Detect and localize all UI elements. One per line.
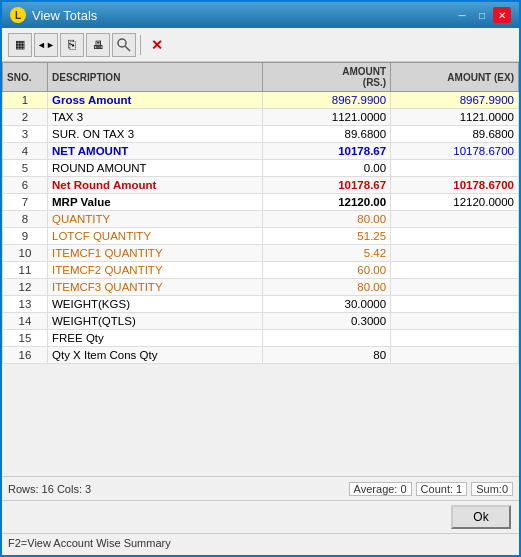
cell-amountex <box>391 313 519 330</box>
cell-amount: 10178.67 <box>263 143 391 160</box>
cell-amountex: 8967.9900 <box>391 92 519 109</box>
table-row[interactable]: 4NET AMOUNT10178.6710178.6700 <box>3 143 519 160</box>
header-description: DESCRIPTION <box>48 63 263 92</box>
window-title: View Totals <box>32 8 97 23</box>
cell-amount: 5.42 <box>263 245 391 262</box>
cell-sno: 16 <box>3 347 48 364</box>
table-row[interactable]: 3SUR. ON TAX 389.680089.6800 <box>3 126 519 143</box>
cell-amountex <box>391 279 519 296</box>
status-right: Average: 0 Count: 1 Sum:0 <box>349 482 513 496</box>
totals-table: SNO. DESCRIPTION AMOUNT(RS.) AMOUNT (EX)… <box>2 62 519 364</box>
cell-description: ITEMCF1 QUANTITY <box>48 245 263 262</box>
content-area: SNO. DESCRIPTION AMOUNT(RS.) AMOUNT (EX)… <box>2 62 519 555</box>
ok-row: Ok <box>2 500 519 533</box>
table-row[interactable]: 9LOTCF QUANTITY51.25 <box>3 228 519 245</box>
nav-button[interactable]: ◄► <box>34 33 58 57</box>
cell-amountex: 10178.6700 <box>391 177 519 194</box>
find-button[interactable] <box>112 33 136 57</box>
cell-amountex: 1121.0000 <box>391 109 519 126</box>
table-header-row: SNO. DESCRIPTION AMOUNT(RS.) AMOUNT (EX) <box>3 63 519 92</box>
copy-button[interactable]: ⎘ <box>60 33 84 57</box>
average-status: Average: 0 <box>349 482 412 496</box>
cell-amount: 0.00 <box>263 160 391 177</box>
cell-sno: 1 <box>3 92 48 109</box>
toolbar: ▦ ◄► ⎘ 🖶 ✕ <box>2 28 519 62</box>
title-bar: L View Totals ─ □ ✕ <box>2 2 519 28</box>
cell-amountex: 89.6800 <box>391 126 519 143</box>
cell-sno: 5 <box>3 160 48 177</box>
ok-button[interactable]: Ok <box>451 505 511 529</box>
footer-text: F2=View Account Wise Summary <box>8 537 171 549</box>
table-row[interactable]: 10ITEMCF1 QUANTITY5.42 <box>3 245 519 262</box>
print-button[interactable]: 🖶 <box>86 33 110 57</box>
delete-button[interactable]: ✕ <box>145 33 169 57</box>
table-row[interactable]: 14WEIGHT(QTLS)0.3000 <box>3 313 519 330</box>
app-icon: L <box>10 7 26 23</box>
table-row[interactable]: 8QUANTITY80.00 <box>3 211 519 228</box>
cell-amountex: 10178.6700 <box>391 143 519 160</box>
table-row[interactable]: 6Net Round Amount10178.6710178.6700 <box>3 177 519 194</box>
cell-description: ROUND AMOUNT <box>48 160 263 177</box>
cell-description: LOTCF QUANTITY <box>48 228 263 245</box>
cell-sno: 14 <box>3 313 48 330</box>
table-row[interactable]: 2TAX 31121.00001121.0000 <box>3 109 519 126</box>
cell-amount: 60.00 <box>263 262 391 279</box>
cell-amountex: 12120.0000 <box>391 194 519 211</box>
cell-amount: 0.3000 <box>263 313 391 330</box>
main-window: L View Totals ─ □ ✕ ▦ ◄► ⎘ 🖶 ✕ SNO. DESC… <box>0 0 521 557</box>
table-row[interactable]: 11ITEMCF2 QUANTITY60.00 <box>3 262 519 279</box>
cell-sno: 6 <box>3 177 48 194</box>
table-row[interactable]: 16Qty X Item Cons Qty80 <box>3 347 519 364</box>
table-row[interactable]: 12ITEMCF3 QUANTITY80.00 <box>3 279 519 296</box>
table-row[interactable]: 7MRP Value12120.0012120.0000 <box>3 194 519 211</box>
cell-sno: 12 <box>3 279 48 296</box>
cell-description: Gross Amount <box>48 92 263 109</box>
cell-amountex <box>391 262 519 279</box>
cell-sno: 4 <box>3 143 48 160</box>
cell-sno: 10 <box>3 245 48 262</box>
footer-bar: F2=View Account Wise Summary <box>2 533 519 555</box>
table-row[interactable]: 15FREE Qty <box>3 330 519 347</box>
cell-sno: 9 <box>3 228 48 245</box>
svg-point-0 <box>118 39 126 47</box>
cell-amountex <box>391 296 519 313</box>
cell-amount <box>263 330 391 347</box>
cell-sno: 2 <box>3 109 48 126</box>
cell-description: WEIGHT(QTLS) <box>48 313 263 330</box>
svg-line-1 <box>125 46 130 51</box>
cell-amount: 12120.00 <box>263 194 391 211</box>
cell-amount: 51.25 <box>263 228 391 245</box>
sum-status: Sum:0 <box>471 482 513 496</box>
table-row[interactable]: 5ROUND AMOUNT0.00 <box>3 160 519 177</box>
cell-amountex <box>391 245 519 262</box>
cell-description: Net Round Amount <box>48 177 263 194</box>
cell-amount: 1121.0000 <box>263 109 391 126</box>
maximize-button[interactable]: □ <box>473 7 491 23</box>
title-controls: ─ □ ✕ <box>453 7 511 23</box>
cell-sno: 15 <box>3 330 48 347</box>
grid-button[interactable]: ▦ <box>8 33 32 57</box>
minimize-button[interactable]: ─ <box>453 7 471 23</box>
cell-amount: 80 <box>263 347 391 364</box>
cell-amount: 80.00 <box>263 279 391 296</box>
cell-description: Qty X Item Cons Qty <box>48 347 263 364</box>
cell-description: TAX 3 <box>48 109 263 126</box>
status-bar: Rows: 16 Cols: 3 Average: 0 Count: 1 Sum… <box>2 476 519 500</box>
table-row[interactable]: 1Gross Amount8967.99008967.9900 <box>3 92 519 109</box>
cell-description: WEIGHT(KGS) <box>48 296 263 313</box>
toolbar-separator <box>140 35 141 55</box>
cell-sno: 7 <box>3 194 48 211</box>
cell-amount: 10178.67 <box>263 177 391 194</box>
cell-amountex <box>391 211 519 228</box>
data-grid[interactable]: SNO. DESCRIPTION AMOUNT(RS.) AMOUNT (EX)… <box>2 62 519 476</box>
rows-cols-status: Rows: 16 Cols: 3 <box>8 483 91 495</box>
title-bar-left: L View Totals <box>10 7 97 23</box>
table-row[interactable]: 13WEIGHT(KGS)30.0000 <box>3 296 519 313</box>
cell-sno: 13 <box>3 296 48 313</box>
close-button[interactable]: ✕ <box>493 7 511 23</box>
cell-sno: 11 <box>3 262 48 279</box>
cell-amount: 30.0000 <box>263 296 391 313</box>
header-sno: SNO. <box>3 63 48 92</box>
cell-amount: 89.6800 <box>263 126 391 143</box>
cell-sno: 3 <box>3 126 48 143</box>
